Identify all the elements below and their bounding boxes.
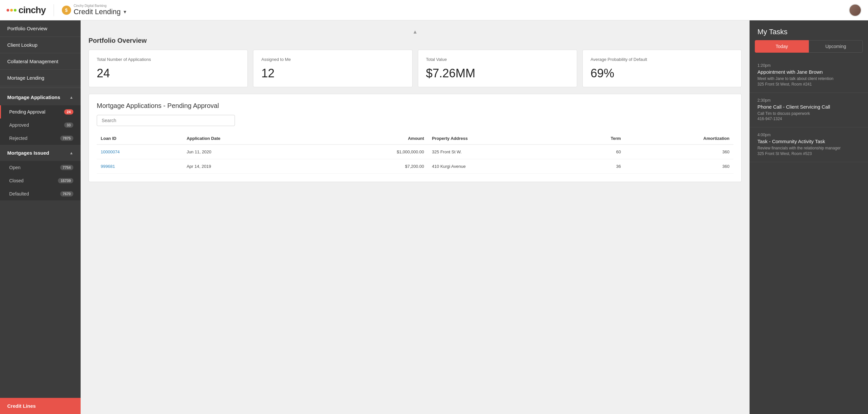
user-avatar[interactable] bbox=[849, 4, 861, 17]
col-header-amortization: Amortization bbox=[625, 132, 734, 145]
logo: cinchy bbox=[7, 5, 46, 16]
sidebar-item-pending-approval[interactable]: Pending Approval 24 bbox=[0, 105, 81, 118]
stat-value-total-value: $7.26MM bbox=[426, 66, 569, 80]
cell-term: 60 bbox=[567, 145, 625, 159]
table-section: Mortgage Applications - Pending Approval… bbox=[89, 94, 742, 182]
logo-divider bbox=[54, 4, 54, 16]
brand-dropdown-arrow[interactable]: ▼ bbox=[123, 9, 127, 14]
sidebar-divider-1 bbox=[0, 88, 81, 88]
cell-loan-id[interactable]: 999681 bbox=[97, 159, 183, 174]
cell-app-date: Jun 11, 2020 bbox=[183, 145, 315, 159]
cell-amortization: 360 bbox=[625, 159, 734, 174]
main-content: ▲ Portfolio Overview Total Number of App… bbox=[81, 21, 749, 414]
search-input[interactable] bbox=[97, 115, 235, 126]
task-time: 2:30pm bbox=[757, 98, 860, 103]
sidebar-item-approved[interactable]: Approved 33 bbox=[0, 118, 81, 131]
tasks-tabs: Today Upcoming bbox=[749, 40, 868, 58]
sidebar-item-credit-lines[interactable]: Credit Lines bbox=[0, 398, 81, 414]
stat-value-assigned-to-me: 12 bbox=[261, 66, 404, 80]
table-row: 10000074 Jun 11, 2020 $1,000,000.00 325 … bbox=[97, 145, 734, 159]
task-list: 1:20pm Appointment with Jane Brown Meet … bbox=[749, 58, 868, 162]
table-row: 999681 Apr 14, 2019 $7,200.00 410 Kurgi … bbox=[97, 159, 734, 174]
col-header-loan-id: Loan ID bbox=[97, 132, 183, 145]
stat-value-total-apps: 24 bbox=[97, 66, 240, 80]
stat-cards: Total Number of Applications 24 Assigned… bbox=[89, 50, 742, 87]
avatar-image bbox=[849, 5, 861, 16]
sidebar-section-issued-label: Mortgages Issued bbox=[7, 150, 49, 156]
sidebar-section-mortgages-issued[interactable]: Mortgages Issued ▲ bbox=[0, 145, 81, 161]
brand-text-group: Cinchy Digital Banking Credit Lending ▼ bbox=[74, 4, 127, 16]
badge-closed: 15739 bbox=[58, 178, 73, 183]
coin-icon: $ bbox=[62, 6, 71, 15]
task-time: 4:00pm bbox=[757, 132, 860, 137]
brand-main: Credit Lending ▼ bbox=[74, 7, 127, 16]
cell-amortization: 360 bbox=[625, 145, 734, 159]
sidebar-item-portfolio-overview[interactable]: Portfolio Overview bbox=[0, 21, 81, 37]
tasks-title: My Tasks bbox=[749, 21, 868, 40]
stat-label-assigned-to-me: Assigned to Me bbox=[261, 57, 404, 62]
task-title: Task - Community Activity Task bbox=[757, 139, 860, 144]
tab-today[interactable]: Today bbox=[755, 40, 809, 53]
stat-label-total-apps: Total Number of Applications bbox=[97, 57, 240, 62]
cell-amount: $1,000,000.00 bbox=[315, 145, 428, 159]
stat-card-total-apps: Total Number of Applications 24 bbox=[89, 50, 248, 87]
header-left: cinchy $ Cinchy Digital Banking Credit L… bbox=[7, 4, 127, 16]
task-description: Meet with Jane to talk about client rete… bbox=[757, 76, 860, 87]
logo-dots bbox=[7, 9, 17, 11]
cell-app-date: Apr 14, 2019 bbox=[183, 159, 315, 174]
brand-section: $ Cinchy Digital Banking Credit Lending … bbox=[62, 4, 127, 16]
logo-text: cinchy bbox=[19, 5, 46, 16]
tasks-panel: My Tasks Today Upcoming 1:20pm Appointme… bbox=[749, 21, 868, 414]
badge-approved: 33 bbox=[64, 122, 73, 128]
stat-label-avg-probability: Average Probability of Default bbox=[591, 57, 734, 62]
sidebar-item-open[interactable]: Open 7754 bbox=[0, 161, 81, 174]
sidebar: Portfolio Overview Client Lookup Collate… bbox=[0, 21, 81, 414]
sidebar-item-client-lookup[interactable]: Client Lookup bbox=[0, 37, 81, 53]
chevron-up-icon-2: ▲ bbox=[69, 151, 73, 155]
sidebar-section-mortgage-label: Mortgage Applications bbox=[7, 94, 60, 100]
cell-property-address: 410 Kurgi Avenue bbox=[428, 159, 567, 174]
stat-value-avg-probability: 69% bbox=[591, 66, 734, 80]
main-layout: Portfolio Overview Client Lookup Collate… bbox=[0, 21, 868, 414]
cell-property-address: 325 Front St W. bbox=[428, 145, 567, 159]
badge-defaulted: 7670 bbox=[60, 191, 73, 197]
task-description: Call Tim to discuss paperwork416-947-132… bbox=[757, 111, 860, 122]
badge-rejected: 7875 bbox=[60, 136, 73, 141]
col-header-app-date: Application Date bbox=[183, 132, 315, 145]
chevron-up-icon: ▲ bbox=[69, 95, 73, 100]
task-time: 1:20pm bbox=[757, 63, 860, 68]
sidebar-section-mortgage-applications[interactable]: Mortgage Applications ▲ bbox=[0, 89, 81, 105]
list-item[interactable]: 2:30pm Phone Call - Client Servicing Cal… bbox=[749, 93, 868, 128]
col-header-amount: Amount bbox=[315, 132, 428, 145]
applications-table: Loan ID Application Date Amount Property… bbox=[97, 132, 734, 174]
col-header-property-address: Property Address bbox=[428, 132, 567, 145]
sidebar-item-collateral-management[interactable]: Collateral Management bbox=[0, 53, 81, 70]
list-item[interactable]: 1:20pm Appointment with Jane Brown Meet … bbox=[749, 58, 868, 93]
task-description: Review financials with the relationship … bbox=[757, 145, 860, 157]
sidebar-item-defaulted[interactable]: Defaulted 7670 bbox=[0, 187, 81, 200]
page-title: Portfolio Overview bbox=[89, 37, 742, 45]
app-header: cinchy $ Cinchy Digital Banking Credit L… bbox=[0, 0, 868, 21]
cell-term: 36 bbox=[567, 159, 625, 174]
dot-green bbox=[14, 9, 17, 11]
stat-card-total-value: Total Value $7.26MM bbox=[418, 50, 577, 87]
stat-card-assigned-to-me: Assigned to Me 12 bbox=[253, 50, 412, 87]
dot-yellow bbox=[10, 9, 13, 11]
brand-sub: Cinchy Digital Banking bbox=[74, 4, 127, 7]
tab-upcoming[interactable]: Upcoming bbox=[809, 40, 863, 53]
task-title: Phone Call - Client Servicing Call bbox=[757, 104, 860, 110]
cell-loan-id[interactable]: 10000074 bbox=[97, 145, 183, 159]
stat-label-total-value: Total Value bbox=[426, 57, 569, 62]
col-header-term: Term bbox=[567, 132, 625, 145]
badge-pending: 24 bbox=[64, 109, 73, 115]
sidebar-item-mortage-lending[interactable]: Mortage Lending bbox=[0, 70, 81, 86]
dot-red bbox=[7, 9, 9, 11]
task-title: Appointment with Jane Brown bbox=[757, 69, 860, 75]
badge-open: 7754 bbox=[60, 165, 73, 170]
list-item[interactable]: 4:00pm Task - Community Activity Task Re… bbox=[749, 127, 868, 162]
cell-amount: $7,200.00 bbox=[315, 159, 428, 174]
sidebar-item-closed[interactable]: Closed 15739 bbox=[0, 174, 81, 187]
sidebar-item-rejected[interactable]: Rejected 7875 bbox=[0, 131, 81, 145]
stat-card-avg-probability: Average Probability of Default 69% bbox=[582, 50, 742, 87]
collapse-handle[interactable]: ▲ bbox=[89, 27, 742, 37]
